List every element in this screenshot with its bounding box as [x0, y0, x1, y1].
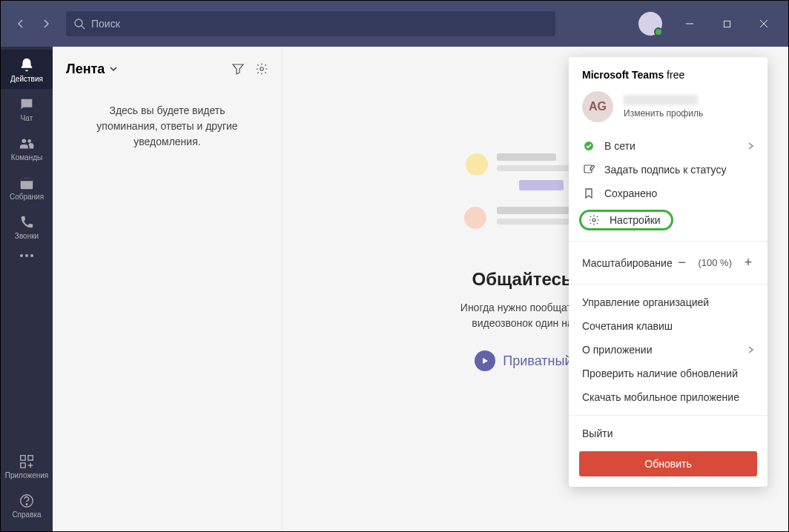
menu-item-check-updates[interactable]: Проверить наличие обновлений — [569, 362, 767, 385]
settings-button[interactable] — [255, 62, 268, 76]
feed-title: Лента — [66, 61, 105, 77]
feed-header: Лента — [53, 47, 282, 91]
minimize-icon — [685, 19, 694, 28]
gear-icon — [255, 62, 268, 76]
feed-panel: Лента Здесь вы будете видеть упоминания,… — [53, 47, 283, 532]
nav-back-button[interactable] — [8, 11, 33, 36]
zoom-out-button[interactable]: − — [676, 255, 687, 270]
menu-label: Сочетания клавиш — [582, 320, 673, 332]
profile-section: AG Изменить профиль — [569, 88, 767, 134]
menu-item-shortcuts[interactable]: Сочетания клавиш — [569, 314, 767, 338]
sidebar-item-calls[interactable]: Звонки — [1, 207, 53, 246]
svg-point-14 — [30, 254, 33, 257]
chevron-right-icon — [747, 345, 754, 355]
more-icon — [19, 253, 35, 258]
svg-point-0 — [75, 19, 82, 27]
search-icon — [73, 18, 85, 30]
window-minimize-button[interactable] — [673, 12, 707, 36]
sidebar-item-teams[interactable]: Команды — [1, 128, 53, 167]
nav-forward-button[interactable] — [33, 11, 59, 36]
illustration-line — [497, 153, 556, 161]
svg-point-13 — [25, 254, 28, 257]
filter-button[interactable] — [231, 62, 245, 76]
search-box[interactable] — [66, 11, 555, 36]
sidebar-label: Действия — [10, 75, 43, 83]
menu-label: Выйти — [582, 428, 613, 439]
svg-point-6 — [22, 139, 26, 144]
chevron-left-icon — [16, 19, 25, 28]
menu-label: В сети — [604, 140, 636, 152]
menu-label: Управление организацией — [582, 296, 709, 308]
menu-item-download-mobile[interactable]: Скачать мобильное приложение — [569, 385, 767, 409]
menu-item-saved[interactable]: Сохранено — [569, 182, 767, 205]
menu-label: Сохранено — [604, 187, 657, 199]
svg-point-22 — [260, 67, 264, 71]
svg-rect-17 — [21, 463, 25, 468]
window-maximize-button[interactable] — [710, 12, 744, 36]
menu-item-set-status[interactable]: Задать подпись к статусу — [569, 158, 767, 182]
help-icon — [19, 493, 35, 509]
phone-icon — [19, 214, 35, 230]
sidebar-item-chat[interactable]: Чат — [1, 89, 53, 128]
illustration-avatar — [464, 207, 486, 229]
profile-avatar-button[interactable] — [638, 12, 662, 36]
profile-menu: Microsoft Teams free AG Изменить профиль… — [569, 57, 767, 487]
apps-icon — [19, 453, 35, 470]
svg-line-1 — [82, 26, 85, 29]
menu-label: Проверить наличие обновлений — [582, 368, 738, 379]
sidebar-item-activity[interactable]: Действия — [1, 50, 53, 89]
teams-icon — [19, 136, 35, 152]
sidebar-item-apps[interactable]: Приложения — [1, 446, 53, 485]
window-close-button[interactable] — [747, 12, 781, 36]
presence-indicator — [654, 27, 663, 36]
edit-profile-link[interactable]: Изменить профиль — [624, 108, 703, 119]
svg-point-21 — [26, 504, 27, 505]
menu-label: Задать подпись к статусу — [604, 164, 726, 176]
zoom-label: Масштабирование — [582, 257, 673, 269]
sidebar-label: Приложения — [5, 471, 49, 479]
feed-empty-message: Здесь вы будете видеть упоминания, ответ… — [53, 91, 282, 162]
profile-avatar: AG — [582, 91, 613, 122]
titlebar — [1, 1, 788, 47]
menu-divider — [569, 284, 767, 285]
app-sidebar: Действия Чат Команды Собрания Звонки При… — [1, 47, 53, 532]
upgrade-button[interactable]: Обновить — [579, 451, 757, 476]
zoom-value: (100 %) — [698, 257, 732, 268]
svg-point-25 — [592, 219, 595, 222]
chevron-right-icon — [747, 141, 754, 151]
sidebar-label: Справка — [12, 511, 41, 519]
maximize-icon — [723, 20, 731, 28]
svg-rect-9 — [21, 179, 33, 182]
profile-name-redacted — [624, 95, 698, 105]
menu-item-about[interactable]: О приложении — [569, 338, 767, 362]
gear-icon — [587, 214, 601, 226]
edit-icon — [582, 164, 595, 176]
sidebar-item-help[interactable]: Справка — [1, 485, 53, 525]
sidebar-item-more[interactable] — [1, 246, 53, 264]
search-input[interactable] — [91, 18, 548, 30]
sidebar-label: Собрания — [10, 193, 44, 201]
filter-icon — [231, 62, 245, 76]
menu-label: Настройки — [610, 214, 661, 226]
menu-item-settings[interactable]: Настройки — [569, 205, 767, 235]
feed-title-dropdown[interactable]: Лента — [66, 61, 118, 77]
chevron-right-icon — [42, 19, 50, 28]
sidebar-label: Чат — [21, 114, 33, 122]
chat-icon — [19, 96, 35, 113]
menu-item-status[interactable]: В сети — [569, 134, 767, 158]
menu-divider — [569, 415, 767, 416]
menu-item-sign-out[interactable]: Выйти — [569, 422, 767, 445]
bookmark-icon — [582, 187, 595, 199]
bell-icon — [19, 57, 35, 73]
menu-item-zoom: Масштабирование − (100 %) + — [569, 247, 767, 278]
sidebar-item-calendar[interactable]: Собрания — [1, 167, 53, 207]
svg-rect-3 — [724, 21, 730, 27]
calendar-icon — [19, 175, 35, 191]
play-icon — [475, 350, 495, 371]
app-name: Microsoft Teams — [582, 69, 664, 81]
illustration-line — [497, 207, 571, 214]
menu-item-manage-org[interactable]: Управление организацией — [569, 290, 767, 314]
svg-rect-15 — [21, 456, 25, 460]
svg-rect-16 — [28, 456, 33, 460]
zoom-in-button[interactable]: + — [742, 255, 754, 270]
